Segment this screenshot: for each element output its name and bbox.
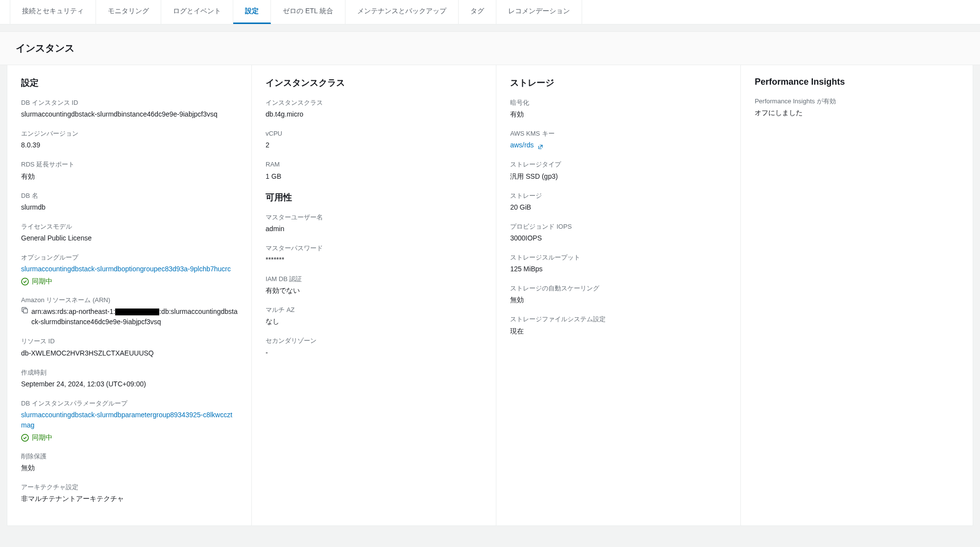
field-master-user: マスターユーザー名 admin [266,213,482,234]
field-parameter-group: DB インスタンスパラメータグループ slurmaccountingdbstac… [21,399,238,442]
value-db-instance-id: slurmaccountingdbstack-slurmdbinstance46… [21,109,238,119]
parameter-group-status-text: 同期中 [32,433,52,442]
link-option-group[interactable]: slurmaccountingdbstack-slurmdboptiongrou… [21,265,231,273]
field-filesystem: ストレージファイルシステム設定 現在 [510,315,727,336]
tab-zero-etl[interactable]: ゼロの ETL 統合 [271,0,345,24]
tab-maintenance-backup[interactable]: メンテナンスとバックアップ [345,0,459,24]
link-parameter-group[interactable]: slurmaccountingdbstack-slurmdbparameterg… [21,411,232,429]
tab-connectivity-security[interactable]: 接続とセキュリティ [10,0,96,24]
tab-logs-events[interactable]: ログとイベント [161,0,233,24]
label-filesystem: ストレージファイルシステム設定 [510,315,727,324]
value-master-password: ******* [266,255,482,265]
field-autoscaling: ストレージの自動スケーリング 無効 [510,284,727,305]
value-throughput: 125 MiBps [510,264,727,274]
section-title-bar: インスタンス [0,31,980,65]
label-license-model: ライセンスモデル [21,222,238,231]
field-storage: ストレージ 20 GiB [510,191,727,213]
value-architecture: 非マルチテナントアーキテクチャ [21,494,238,504]
value-deletion-protection: 無効 [21,463,238,473]
label-created-at: 作成時刻 [21,368,238,377]
field-architecture: アーキテクチャ設定 非マルチテナントアーキテクチャ [21,483,238,504]
label-db-name: DB 名 [21,191,238,200]
section-title: インスタンス [16,42,964,55]
svg-rect-1 [24,309,27,313]
label-encryption: 暗号化 [510,98,727,107]
value-storage-type: 汎用 SSD (gp3) [510,171,727,182]
check-circle-icon [21,434,29,442]
label-kms-key: AWS KMS キー [510,129,727,138]
value-db-name: slurmdb [21,202,238,213]
check-circle-icon [21,278,29,285]
instance-class-heading: インスタンスクラス [266,77,482,89]
availability-heading: 可用性 [266,191,482,203]
label-master-password: マスターパスワード [266,244,482,253]
label-rds-extended-support: RDS 延長サポート [21,160,238,169]
performance-insights-heading: Performance Insights [755,77,959,87]
field-option-group: オプショングループ slurmaccountingdbstack-slurmdb… [21,253,238,286]
label-engine-version: エンジンバージョン [21,129,238,138]
tab-configuration[interactable]: 設定 [233,0,271,24]
field-iam-db-auth: IAM DB 認証 有効でない [266,275,482,296]
label-throughput: ストレージスループット [510,253,727,262]
value-vcpu: 2 [266,140,482,150]
field-db-instance-id: DB インスタンス ID slurmaccountingdbstack-slur… [21,98,238,119]
parameter-group-status: 同期中 [21,433,238,442]
field-ram: RAM 1 GB [266,160,482,181]
value-ram: 1 GB [266,171,482,182]
link-kms-key[interactable]: aws/rds [510,141,534,149]
value-multi-az: なし [266,316,482,327]
settings-column: 設定 DB インスタンス ID slurmaccountingdbstack-s… [7,65,252,525]
tab-recommendations[interactable]: レコメンデーション [496,0,582,24]
tabs-bar: 接続とセキュリティ モニタリング ログとイベント 設定 ゼロの ETL 統合 メ… [0,0,980,24]
field-rds-extended-support: RDS 延長サポート 有効 [21,160,238,181]
value-secondary-zone: - [266,348,482,358]
field-engine-version: エンジンバージョン 8.0.39 [21,129,238,150]
value-autoscaling: 無効 [510,295,727,305]
option-group-status: 同期中 [21,277,238,286]
performance-insights-column: Performance Insights Performance Insight… [741,65,973,525]
tab-monitoring[interactable]: モニタリング [96,0,161,24]
instance-panel: 設定 DB インスタンス ID slurmaccountingdbstack-s… [7,65,973,526]
field-throughput: ストレージスループット 125 MiBps [510,253,727,274]
label-provisioned-iops: プロビジョンド IOPS [510,222,727,231]
field-vcpu: vCPU 2 [266,129,482,150]
value-provisioned-iops: 3000IOPS [510,233,727,243]
redacted-account-id [115,309,159,315]
field-resource-id: リソース ID db-XWLEMOC2HVR3HSZLCTXAEUUUSQ [21,337,238,358]
label-architecture: アーキテクチャ設定 [21,483,238,492]
field-encryption: 暗号化 有効 [510,98,727,119]
value-filesystem: 現在 [510,326,727,336]
label-master-user: マスターユーザー名 [266,213,482,222]
label-autoscaling: ストレージの自動スケーリング [510,284,727,293]
instance-class-column: インスタンスクラス インスタンスクラス db.t4g.micro vCPU 2 … [252,65,496,525]
field-pi-enabled: Performance Insights が有効 オフにしました [755,97,959,118]
label-secondary-zone: セカンダリゾーン [266,336,482,345]
field-multi-az: マルチ AZ なし [266,306,482,327]
copy-icon[interactable] [21,307,28,314]
label-vcpu: vCPU [266,129,482,138]
value-license-model: General Public License [21,233,238,243]
value-rds-extended-support: 有効 [21,171,238,182]
label-ram: RAM [266,160,482,169]
label-multi-az: マルチ AZ [266,306,482,314]
value-encryption: 有効 [510,109,727,119]
field-db-name: DB 名 slurmdb [21,191,238,213]
value-engine-version: 8.0.39 [21,140,238,150]
label-db-instance-id: DB インスタンス ID [21,98,238,107]
label-storage-type: ストレージタイプ [510,160,727,169]
field-created-at: 作成時刻 September 24, 2024, 12:03 (UTC+09:0… [21,368,238,389]
value-created-at: September 24, 2024, 12:03 (UTC+09:00) [21,379,238,389]
value-instance-class: db.t4g.micro [266,109,482,119]
label-option-group: オプショングループ [21,253,238,262]
tab-tags[interactable]: タグ [459,0,496,24]
field-secondary-zone: セカンダリゾーン - [266,336,482,357]
value-pi-enabled: オフにしました [755,108,959,118]
field-kms-key: AWS KMS キー aws/rds [510,129,727,150]
value-master-user: admin [266,224,482,234]
settings-heading: 設定 [21,77,238,89]
label-pi-enabled: Performance Insights が有効 [755,97,959,106]
field-instance-class: インスタンスクラス db.t4g.micro [266,98,482,119]
value-resource-id: db-XWLEMOC2HVR3HSZLCTXAEUUUSQ [21,348,238,358]
external-link-icon [538,143,543,148]
label-instance-class: インスタンスクラス [266,98,482,107]
